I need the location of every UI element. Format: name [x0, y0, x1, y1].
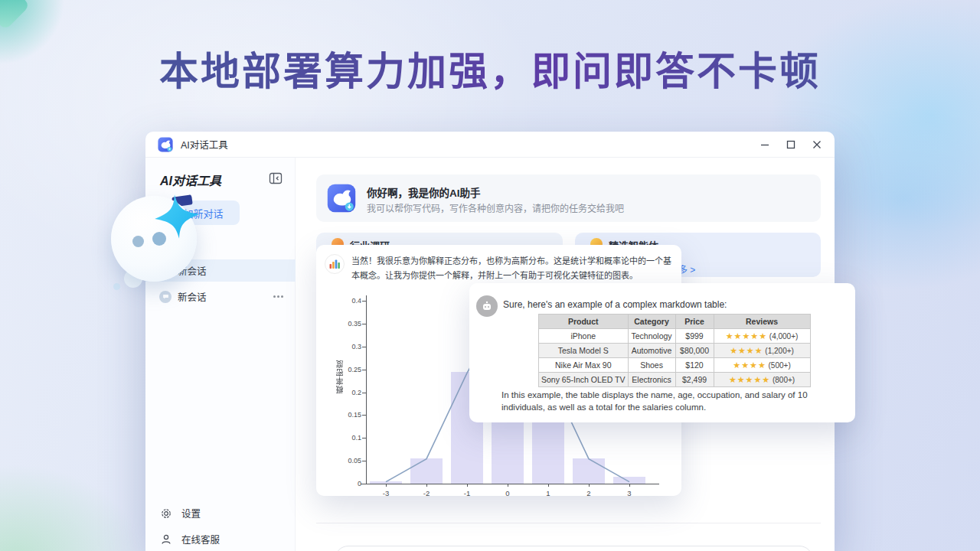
sidebar-item-settings[interactable]: 设置: [160, 506, 201, 520]
table-cell: Technology: [628, 329, 675, 344]
robot-avatar: [476, 295, 498, 317]
table-body: iPhoneTechnology$999★★★★★ (4,000+)Tesla …: [539, 329, 811, 387]
greeting-card: 你好啊，我是你的AI助手 我可以帮你写代码，写作各种创意内容，请把你的任务交给我…: [316, 174, 821, 222]
table-cell: iPhone: [539, 329, 629, 344]
x-tick-label: 3: [618, 489, 641, 497]
star-rating: ★★★★: [730, 346, 763, 355]
star-rating: ★★★★: [733, 360, 766, 370]
y-tick-label: 0.25: [331, 366, 361, 373]
reviews-cell: ★★★★★ (4,000+): [714, 329, 810, 344]
y-tick-label: 0.35: [331, 320, 361, 328]
sidebar-conversation-item[interactable]: 新会话: [145, 285, 296, 308]
star-rating: ★★★★★: [726, 331, 767, 341]
review-count: (1,200+): [763, 347, 794, 355]
table-header: ProductCategoryPriceReviews: [539, 315, 811, 329]
minimize-button[interactable]: [760, 139, 770, 150]
review-count: (4,000+): [767, 332, 798, 341]
corner-decoration: [0, 0, 31, 31]
y-tick-label: 0.4: [331, 297, 361, 305]
maximize-button[interactable]: [786, 139, 796, 150]
table-cell: Shoes: [628, 358, 675, 373]
reviews-cell: ★★★★★ (800+): [714, 373, 810, 387]
conversation-label: 新会话: [178, 263, 207, 278]
person-icon: [160, 533, 172, 546]
table-column-header: Category: [628, 315, 675, 329]
window-title: AI对话工具: [181, 137, 228, 152]
sidebar: AI对话工具 增加新对话 新会话新会话 设置: [145, 158, 296, 551]
table-cell: Tesla Model S: [539, 344, 629, 358]
promo-stage: 本地部署算力加强，即问即答不卡顿 AI对话工具: [0, 0, 980, 551]
settings-label: 设置: [181, 506, 201, 520]
table-column-header: Price: [675, 315, 714, 329]
table-row: Sony 65-Inch OLED TVElectronics$2,499★★★…: [539, 373, 811, 387]
app-logo-icon: [158, 137, 173, 152]
table-intro-text: Sure, here's an example of a complex mar…: [503, 299, 727, 310]
gear-icon: [160, 507, 172, 520]
y-tick-label: 0.2: [331, 389, 361, 396]
conversation-label: 新会话: [178, 289, 207, 304]
bubble-eye-left: [132, 236, 144, 247]
support-label: 在线客服: [181, 532, 220, 546]
x-tick-label: 0: [496, 489, 519, 497]
table-cell: $2,499: [675, 373, 714, 387]
reviews-cell: ★★★★ (1,200+): [714, 344, 810, 358]
y-tick-label: 0: [331, 480, 361, 487]
table-cell: Sony 65-Inch OLED TV: [539, 373, 629, 387]
table-message-popup: Sure, here's an example of a complex mar…: [469, 283, 855, 422]
robot-icon: [481, 300, 493, 312]
conversation-list: 新会话新会话: [145, 259, 296, 311]
chat-input[interactable]: [335, 546, 813, 551]
window-titlebar: AI对话工具: [145, 132, 835, 158]
x-tick-label: 1: [537, 489, 560, 497]
table-cell: $80,000: [675, 344, 714, 358]
new-chat-button[interactable]: 增加新对话: [157, 201, 240, 225]
close-button[interactable]: [812, 139, 822, 150]
table-cell: Electronics: [628, 373, 675, 387]
table-column-header: Reviews: [714, 315, 810, 329]
y-tick-label: 0.15: [331, 411, 361, 419]
hero-headline: 本地部署算力加强，即问即答不卡顿: [0, 40, 980, 96]
x-tick-label: -3: [374, 489, 397, 497]
y-tick-label: 0.1: [331, 434, 361, 442]
x-tick-label: -2: [415, 489, 438, 497]
x-tick-label: -1: [456, 489, 479, 497]
table-outro-text: In this example, the table displays the …: [501, 389, 848, 413]
sidebar-app-title: AI对话工具: [160, 171, 221, 189]
table-cell: Nike Air Max 90: [539, 358, 629, 373]
table-row: iPhoneTechnology$999★★★★★ (4,000+): [539, 329, 811, 344]
review-count: (500+): [766, 361, 791, 370]
reviews-cell: ★★★★ (500+): [714, 358, 810, 373]
table-row: Tesla Model SAutomotive$80,000★★★★ (1,20…: [539, 344, 811, 358]
table-row: Nike Air Max 90Shoes$120★★★★ (500+): [539, 358, 811, 373]
bubble-tail: [121, 266, 145, 291]
table-cell: Automotive: [628, 344, 675, 358]
sidebar-item-support[interactable]: 在线客服: [160, 532, 220, 546]
table-column-header: Product: [539, 315, 629, 329]
table-cell: $120: [675, 358, 714, 373]
content-divider: [316, 523, 821, 523]
bubble-dot: [113, 283, 120, 290]
x-tick-label: 2: [577, 489, 600, 497]
markdown-table: ProductCategoryPriceReviews iPhoneTechno…: [538, 314, 811, 387]
assistant-avatar-icon: [327, 184, 356, 213]
y-tick-label: 0.3: [331, 343, 361, 350]
new-chat-label: 增加新对话: [173, 206, 223, 220]
chat-bubble-icon: [159, 265, 172, 277]
collapse-sidebar-icon[interactable]: [269, 171, 283, 185]
sidebar-conversation-item[interactable]: 新会话: [145, 259, 296, 282]
chat-bubble-icon: [159, 291, 172, 303]
review-count: (800+): [770, 376, 795, 384]
star-rating: ★★★★★: [729, 375, 770, 384]
more-options-icon[interactable]: [273, 295, 283, 298]
greeting-title: 你好啊，我是你的AI助手: [367, 184, 481, 200]
greeting-subtitle: 我可以帮你写代码，写作各种创意内容，请把你的任务交给我吧: [367, 201, 624, 214]
table-cell: $999: [675, 329, 714, 344]
y-tick-label: 0.05: [331, 457, 361, 465]
